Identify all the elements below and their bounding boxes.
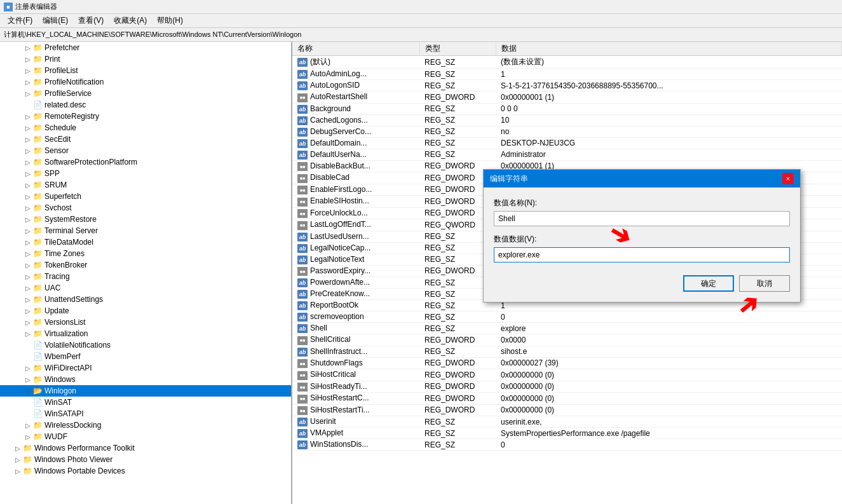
folder-icon: 📁 [33, 283, 43, 292]
tree-label: TileDataModel [44, 238, 93, 247]
folder-icon: 📁 [33, 123, 43, 132]
menu-edit[interactable]: 编辑(E) [37, 14, 73, 27]
tree-label: Windows Performance Toolkit [34, 444, 135, 453]
expand-icon: ▷ [23, 136, 33, 143]
expand-icon: ▷ [23, 376, 33, 383]
tree-item-print[interactable]: ▷ 📁 Print [0, 53, 291, 65]
tree-label: WirelessDocking [44, 421, 101, 430]
tree-label: Windows [44, 375, 76, 384]
tree-label: Winlogon [44, 386, 76, 395]
folder-icon: 📁 [33, 261, 43, 269]
folder-icon: 📁 [33, 158, 43, 167]
dialog-overlay: 编辑字符串 × 数值名称(N): 数值数据(V): 确定 取消 ➔ ➔ [292, 42, 842, 504]
tree-item-tiledatamodel[interactable]: ▷ 📁 TileDataModel [0, 236, 291, 248]
tree-item-unattendsettings[interactable]: ▷ 📁 UnattendSettings [0, 294, 291, 305]
tree-item-winsatapi[interactable]: 📄 WinSATAPI [0, 408, 291, 419]
tree-item-tracing[interactable]: ▷ 📁 Tracing [0, 271, 291, 282]
tree-item-related[interactable]: 📄 related.desc [0, 99, 291, 111]
expand-icon: ▷ [23, 239, 33, 246]
tree-item-wudf[interactable]: ▷ 📁 WUDF [0, 431, 291, 442]
folder-icon: 📂 [33, 386, 43, 395]
tree-label: ProfileNotification [44, 78, 104, 86]
expand-icon: ▷ [23, 159, 33, 166]
tree-item-spp[interactable]: ▷ 📁 SPP [0, 168, 291, 179]
tree-item-secedit[interactable]: ▷ 📁 SecEdit [0, 133, 291, 145]
folder-icon: 📁 [33, 318, 43, 327]
tree-label: ProfileList [44, 66, 78, 75]
expand-icon: ▷ [23, 125, 33, 132]
tree-item-wbemperf[interactable]: 📄 WbemPerf [0, 351, 291, 362]
dialog-close-button[interactable]: × [782, 173, 794, 184]
dialog-data-input[interactable] [494, 247, 790, 262]
tree-label: TokenBroker [44, 261, 87, 269]
tree-item-superfetch[interactable]: ▷ 📁 Superfetch [0, 191, 291, 202]
tree-item-profilenotification[interactable]: ▷ 📁 ProfileNotification [0, 76, 291, 88]
expand-icon: ▷ [23, 56, 33, 63]
tree-item-prefetcher[interactable]: ▷ 📁 Prefetcher [0, 42, 291, 53]
tree-item-tokenbroker[interactable]: ▷ 📁 TokenBroker [0, 259, 291, 271]
tree-item-systemrestore[interactable]: ▷ 📁 SystemRestore [0, 214, 291, 225]
expand-icon: ▷ [23, 182, 33, 189]
expand-icon: ▷ [23, 422, 33, 429]
expand-icon: ▷ [13, 468, 23, 475]
expand-icon: ▷ [23, 170, 33, 177]
expand-icon: ▷ [23, 330, 33, 337]
expand-icon: ▷ [23, 113, 33, 120]
tree-item-schedule[interactable]: ▷ 📁 Schedule [0, 122, 291, 133]
folder-icon: 📁 [33, 135, 43, 144]
expand-icon: ▷ [23, 273, 33, 280]
folder-icon: 📁 [33, 203, 43, 212]
menu-view[interactable]: 查看(V) [73, 14, 109, 27]
folder-icon: 📄 [33, 100, 43, 109]
tree-item-remoteregistry[interactable]: ▷ 📁 RemoteRegistry [0, 111, 291, 122]
folder-icon: 📁 [33, 66, 43, 75]
tree-item-volatilenotifications[interactable]: 📄 VolatileNotifications [0, 339, 291, 351]
tree-label: Windows Photo Viewer [34, 455, 112, 464]
tree-item-terminal-server[interactable]: ▷ 📁 Terminal Server [0, 225, 291, 236]
tree-item-profilelist[interactable]: ▷ 📁 ProfileList [0, 65, 291, 76]
tree-item-spp-platform[interactable]: ▷ 📁 SoftwareProtectionPlatform [0, 156, 291, 168]
expand-icon: ▷ [23, 285, 33, 292]
folder-icon: 📁 [33, 226, 43, 235]
folder-icon: 📁 [33, 432, 43, 441]
tree-item-virtualization[interactable]: ▷ 📁 Virtualization [0, 328, 291, 339]
tree-item-uac[interactable]: ▷ 📁 UAC [0, 282, 291, 294]
tree-item-srum[interactable]: ▷ 📁 SRUM [0, 179, 291, 191]
folder-icon: 📁 [33, 249, 43, 258]
tree-item-windows-photo-viewer[interactable]: ▷ 📁 Windows Photo Viewer [0, 454, 291, 465]
tree-item-wirelessdocking[interactable]: ▷ 📁 WirelessDocking [0, 419, 291, 431]
dialog-ok-button[interactable]: 确定 [683, 275, 734, 292]
tree-item-windows-portable-devices[interactable]: ▷ 📁 Windows Portable Devices [0, 465, 291, 477]
folder-icon: 📁 [23, 455, 32, 464]
folder-icon: 📁 [33, 364, 43, 372]
menu-help[interactable]: 帮助(H) [152, 14, 188, 27]
menu-file[interactable]: 文件(F) [3, 14, 37, 27]
tree-label: Tracing [44, 272, 70, 281]
tree-item-winsat[interactable]: 📄 WinSAT [0, 397, 291, 408]
dialog-name-input[interactable] [494, 211, 790, 226]
folder-icon: 📁 [33, 78, 43, 86]
tree-item-profileservice[interactable]: ▷ 📁 ProfileService [0, 88, 291, 99]
expand-icon: ▷ [23, 147, 33, 154]
tree-label: UnattendSettings [44, 295, 103, 304]
tree-item-windows[interactable]: ▷ 📁 Windows [0, 374, 291, 385]
address-text: 计算机\HKEY_LOCAL_MACHINE\SOFTWARE\Microsof… [4, 30, 301, 39]
menu-favorites[interactable]: 收藏夹(A) [109, 14, 152, 27]
tree-item-svchost[interactable]: ▷ 📁 Svchost [0, 202, 291, 214]
tree-label: Windows Portable Devices [34, 467, 125, 475]
folder-icon: 📁 [33, 421, 43, 430]
tree-label: Superfetch [44, 192, 81, 201]
tree-item-wifidirectapi[interactable]: ▷ 📁 WiFiDirectAPI [0, 362, 291, 374]
folder-icon: 📁 [33, 375, 43, 384]
tree-item-versionslist[interactable]: ▷ 📁 VersionsList [0, 317, 291, 328]
expand-icon: ▷ [23, 67, 33, 74]
tree-label: WinSATAPI [44, 409, 84, 418]
tree-item-windows-performance-toolkit[interactable]: ▷ 📁 Windows Performance Toolkit [0, 442, 291, 454]
tree-item-sensor[interactable]: ▷ 📁 Sensor [0, 145, 291, 156]
tree-item-winlogon[interactable]: ▽ 📂 Winlogon [0, 385, 291, 397]
tree-item-timezones[interactable]: ▷ 📁 Time Zones [0, 248, 291, 259]
folder-icon: 📁 [33, 215, 43, 224]
tree-item-update[interactable]: ▷ 📁 Update [0, 305, 291, 317]
expand-icon: ▷ [23, 433, 33, 440]
dialog-cancel-button[interactable]: 取消 [739, 275, 790, 292]
